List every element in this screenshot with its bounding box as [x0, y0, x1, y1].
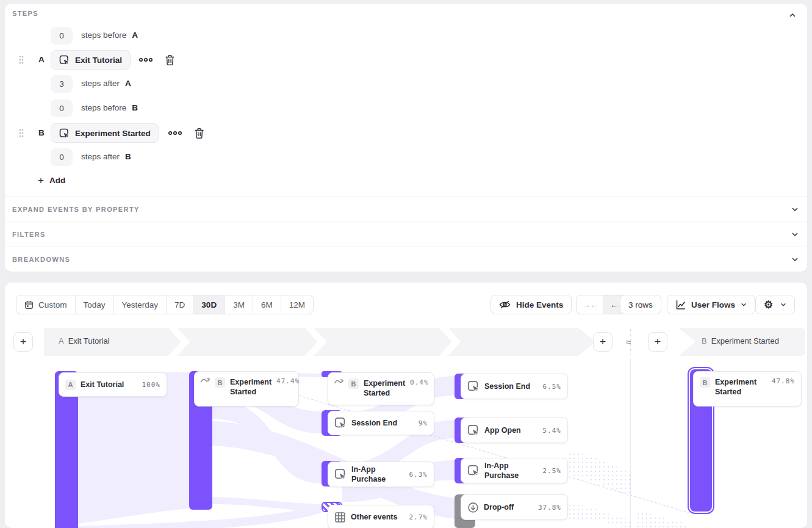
event-click-icon [59, 128, 70, 139]
steps-panel: STEPS 0 steps beforeA A Exit Tutorial 3 … [5, 4, 807, 272]
date-3m[interactable]: 3M [225, 295, 253, 314]
flow-node-other-events[interactable]: Other events 2.7% [328, 505, 434, 528]
date-30d[interactable]: 30D [193, 295, 225, 314]
flow-node-exit-tutorial[interactable]: A Exit Tutorial 100% [59, 372, 167, 397]
drag-handle-icon[interactable] [19, 56, 24, 64]
plus-icon: + [600, 336, 606, 349]
section-filters[interactable]: FILTERS [5, 222, 807, 247]
chevron-down-icon [791, 206, 799, 213]
chevron-down-icon [741, 302, 747, 308]
hide-events-button[interactable]: Hide Events [490, 295, 572, 314]
chevron-down-icon [791, 256, 799, 263]
plus-icon: + [655, 336, 661, 349]
add-column-left-button[interactable]: + [13, 332, 33, 352]
chevron-down-icon [780, 302, 786, 308]
settings-dropdown[interactable]: ⚙ [755, 295, 795, 314]
step-b-more-options-button[interactable] [168, 126, 182, 140]
event-click-icon [334, 468, 347, 480]
steps-title: STEPS [12, 10, 38, 17]
gear-icon: ⚙ [764, 300, 773, 310]
event-click-icon [467, 424, 480, 436]
step-b-letter: B [38, 128, 45, 137]
step-b-event-button[interactable]: Experiment Started [51, 123, 159, 143]
date-custom[interactable]: Custom [16, 295, 75, 314]
view-type-dropdown[interactable]: User Flows [667, 295, 755, 314]
plus-icon: + [20, 336, 27, 349]
flow-node-in-app-purchase[interactable]: In-App Purchase 6.3% [328, 461, 434, 487]
date-range-control: Custom Today Yesterday 7D 30D 3M 6M 12M [16, 295, 314, 314]
chevron-up-icon [789, 12, 796, 19]
steps-after-a-label: steps afterA [81, 79, 131, 88]
flow-header-step-a[interactable]: A Exit Tutorial [59, 336, 110, 345]
flow-node-in-app-purchase-2[interactable]: In-App Purchase 2.5% [461, 458, 568, 483]
step-letter-badge: B [700, 377, 710, 388]
flow-node-app-open[interactable]: App Open 5.4% [461, 418, 568, 443]
steps-before-b-input[interactable]: 0 [51, 99, 73, 117]
date-yesterday[interactable]: Yesterday [113, 295, 167, 314]
add-step-button[interactable]: + Add [38, 175, 65, 186]
step-a-event-button[interactable]: Exit Tutorial [51, 50, 131, 70]
flow-node-experiment-started-b[interactable]: B Experiment Started 47.8% [693, 371, 802, 407]
event-click-icon [59, 55, 70, 65]
event-click-icon [467, 380, 480, 392]
flow-node-experiment-started-47[interactable]: B Experiment Started 47.4% [194, 371, 299, 407]
date-12m[interactable]: 12M [281, 295, 313, 314]
step-letter-badge: A [65, 380, 76, 390]
steps-before-b-label: steps beforeB [81, 103, 138, 112]
chevron-down-icon [791, 231, 799, 238]
steps-after-b-label: steps afterB [81, 152, 131, 161]
steps-before-a-label: steps beforeA [81, 31, 138, 40]
flow-header-step-b[interactable]: B Experiment Started [702, 336, 779, 345]
step-letter-badge: B [215, 377, 225, 388]
drop-off-icon [467, 502, 479, 513]
flow-header-band [5, 328, 807, 356]
user-flows-app: STEPS 0 steps beforeA A Exit Tutorial 3 … [0, 0, 812, 528]
drag-handle-icon[interactable] [19, 129, 24, 137]
user-flows-chart-icon [675, 300, 686, 310]
flow-node-drop-off[interactable]: Drop-off 37.8% [461, 494, 568, 520]
skip-steps-icon [201, 377, 210, 383]
flow-node-session-end-2[interactable]: Session End 6.5% [461, 374, 568, 399]
eye-slash-icon [499, 300, 511, 309]
calendar-icon [24, 300, 34, 309]
date-6m[interactable]: 6M [253, 295, 281, 314]
add-column-before-b-button[interactable]: + [648, 332, 667, 352]
grid-icon [334, 512, 346, 523]
approx-gap-icon: ≈ [626, 337, 631, 348]
add-column-after-a-button[interactable]: + [593, 332, 613, 352]
collapse-steps-button[interactable] [786, 9, 799, 21]
steps-before-a-input[interactable]: 0 [51, 27, 73, 45]
date-today[interactable]: Today [75, 295, 113, 314]
flow-node-session-end[interactable]: Session End 9% [328, 411, 434, 435]
step-a-more-options-button[interactable] [138, 52, 153, 67]
flow-node-experiment-started-04[interactable]: B Experiment Started 0.4% [328, 372, 434, 405]
event-click-icon [467, 465, 480, 477]
event-click-icon [334, 417, 347, 429]
collapse-columns-button[interactable]: →← [577, 295, 603, 314]
step-a-letter: A [38, 55, 45, 64]
date-7d[interactable]: 7D [166, 295, 193, 314]
section-breakdowns[interactable]: BREAKDOWNS [5, 247, 807, 272]
step-letter-badge: B [348, 378, 359, 389]
steps-after-b-input[interactable]: 0 [51, 148, 73, 166]
section-expand-events-by-property[interactable]: EXPAND EVENTS BY PROPERTY [5, 197, 807, 222]
step-b-delete-button[interactable] [192, 126, 206, 140]
flow-panel: Custom Today Yesterday 7D 30D 3M 6M 12M … [5, 283, 807, 528]
rows-count-button[interactable]: 3 rows [620, 295, 661, 314]
plus-icon: + [38, 175, 44, 186]
step-a-delete-button[interactable] [162, 52, 177, 67]
steps-after-a-input[interactable]: 3 [51, 75, 73, 93]
skip-steps-icon [334, 378, 343, 385]
